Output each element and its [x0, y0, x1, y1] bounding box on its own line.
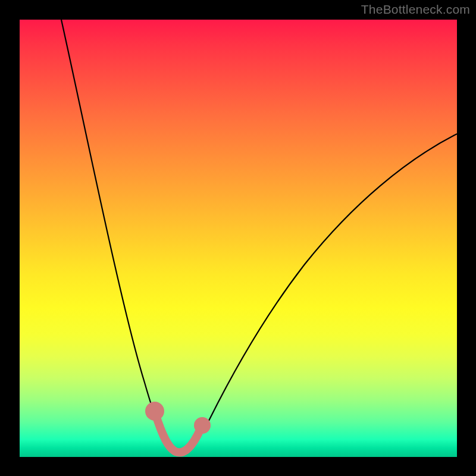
highlight-band	[149, 406, 206, 452]
bottleneck-curve	[61, 20, 457, 452]
curve-layer	[20, 20, 457, 457]
plot-area	[20, 20, 457, 457]
svg-point-1	[198, 421, 206, 430]
chart-frame: TheBottleneck.com	[0, 0, 476, 476]
svg-point-0	[149, 406, 160, 416]
watermark-text: TheBottleneck.com	[361, 2, 470, 17]
